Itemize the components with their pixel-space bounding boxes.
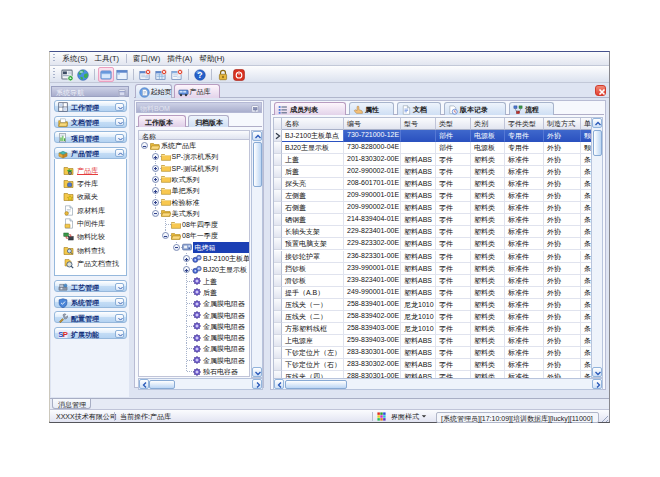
scroll-thumb[interactable] <box>593 130 602 156</box>
menubar-grip[interactable] <box>53 54 55 63</box>
grid-cell[interactable]: 外协 <box>544 335 581 347</box>
member-tab-0[interactable]: 成员列表 <box>274 102 346 115</box>
grid-cell[interactable]: 挡钞板 <box>282 263 344 275</box>
grid-column-header-6[interactable]: 制造方式 <box>544 118 581 130</box>
grid-cell[interactable]: 塑料ABS <box>401 226 436 238</box>
vertical-scrollbar[interactable] <box>251 130 263 378</box>
grid-cell[interactable]: 外协 <box>544 190 581 202</box>
scroll-up-button[interactable] <box>592 118 602 128</box>
chevron-down-icon[interactable] <box>115 314 124 322</box>
grid-cell[interactable]: 塑料类 <box>471 311 505 323</box>
sidebar-item-6[interactable]: 物料查找 <box>55 244 126 257</box>
menu-item-0[interactable]: 系统(S) <box>59 52 91 65</box>
horizontal-scrollbar[interactable] <box>273 378 603 390</box>
tree-node-10[interactable]: BJ-2100主板单点 <box>139 253 250 264</box>
document-tab-0[interactable]: 起始页 <box>135 84 172 98</box>
grid-cell[interactable]: 零件 <box>436 359 471 371</box>
grid-cell[interactable]: 259-839403-00E <box>344 335 401 347</box>
grid-cell[interactable]: 标准件 <box>505 251 544 263</box>
grid-cell[interactable]: 零件 <box>436 323 471 335</box>
grid-cell[interactable]: 上电源座 <box>282 335 344 347</box>
tree-expander-plus[interactable] <box>152 176 159 183</box>
grid-cell[interactable]: 标准件 <box>505 154 544 166</box>
bom-tab-0[interactable]: 工作版本 <box>138 115 186 127</box>
grid-cell[interactable]: 730-721000-12E <box>344 130 401 142</box>
grid-column-header-3[interactable]: 类型 <box>436 118 471 130</box>
grid-cell[interactable]: 外协 <box>544 275 581 287</box>
grid-cell[interactable]: 外协 <box>544 154 581 166</box>
grid-cell[interactable]: 塑料类 <box>471 190 505 202</box>
grid-cell[interactable]: 尼龙1010 <box>401 311 436 323</box>
grid-column-header-1[interactable]: 编号 <box>344 118 401 130</box>
tree-node-14[interactable]: 金属膜电阻器 <box>139 298 250 309</box>
grid-cell[interactable]: 塑料类 <box>471 287 505 299</box>
tree-expander-plus[interactable] <box>152 153 159 160</box>
tree-expander-plus[interactable] <box>183 255 190 262</box>
message-tab[interactable]: 消息管理 <box>52 399 91 409</box>
grid-cell[interactable]: 压线夹（一） <box>282 299 344 311</box>
grid-cell[interactable]: 滑钞板 <box>282 275 344 287</box>
grid-cell[interactable]: 外协 <box>544 251 581 263</box>
toolbar-button-globe[interactable] <box>75 67 91 82</box>
grid-cell[interactable]: 零件 <box>436 347 471 359</box>
grid-cell[interactable]: 标准件 <box>505 166 544 178</box>
sidebar-item-2[interactable]: 收藏夹 <box>55 190 126 203</box>
chevron-down-icon[interactable] <box>115 283 124 291</box>
grid-cell[interactable]: 下钞定位片（右） <box>282 359 344 371</box>
toolbar-button-window-delete[interactable] <box>169 67 185 82</box>
grid-cell[interactable]: 塑料ABS <box>401 202 436 214</box>
chevron-down-icon[interactable] <box>115 134 124 142</box>
tree-node-8[interactable]: 08年一季度 <box>139 230 250 241</box>
tree-node-5[interactable]: 检验标准 <box>139 197 250 208</box>
tree-node-13[interactable]: 后盖 <box>139 287 250 298</box>
tree-node-17[interactable]: 金属膜电阻器 <box>139 332 250 343</box>
sidebar-header-button[interactable] <box>118 89 126 97</box>
tree-expander-minus[interactable] <box>162 232 169 239</box>
tree-node-9[interactable]: 电烤箱 <box>139 242 250 253</box>
grid-cell[interactable]: 零件 <box>436 214 471 226</box>
tree-node-1[interactable]: SP-演示机系列 <box>139 151 250 162</box>
grid-cell[interactable]: 214-839404-01E <box>344 214 401 226</box>
toolbar-button-lock[interactable] <box>215 67 231 82</box>
chevron-down-icon[interactable] <box>115 103 124 111</box>
close-tab-button[interactable] <box>595 85 606 96</box>
grid-cell[interactable]: 标准件 <box>505 238 544 250</box>
grid-cell[interactable]: 730-828000-04E <box>344 142 401 154</box>
grid-cell[interactable]: 硒钢盖 <box>282 214 344 226</box>
sidebar-group-5[interactable]: 系统管理 <box>54 296 127 308</box>
grid-cell[interactable]: 标准件 <box>505 299 544 311</box>
sidebar-item-4[interactable]: 中间件库 <box>55 217 126 230</box>
grid-cell[interactable]: 塑料类 <box>471 251 505 263</box>
tree-expander-minus[interactable] <box>173 244 180 251</box>
tree-expander-plus[interactable] <box>152 187 159 194</box>
grid-cell[interactable]: 258-839403-00E <box>344 323 401 335</box>
grid-cell[interactable]: 外协 <box>544 347 581 359</box>
grid-cell[interactable]: 塑料类 <box>471 335 505 347</box>
grid-cell[interactable]: 塑料ABS <box>401 190 436 202</box>
grid-cell[interactable]: 塑料类 <box>471 154 505 166</box>
grid-cell[interactable]: 方形塑料线框 <box>282 323 344 335</box>
chevron-down-icon[interactable] <box>115 330 124 338</box>
grid-cell[interactable]: 229-823302-00E <box>344 238 401 250</box>
grid-cell[interactable]: 283-830301-00E <box>344 347 401 359</box>
grid-cell[interactable]: 外协 <box>544 178 581 190</box>
grid-cell[interactable]: 压线夹（二） <box>282 311 344 323</box>
grid-column-header-5[interactable]: 零件类型 <box>505 118 544 130</box>
toolbar-grip[interactable] <box>53 68 55 80</box>
grid-cell[interactable]: 塑料ABS <box>401 166 436 178</box>
member-tab-4[interactable]: 流程 <box>509 102 554 115</box>
grid-cell[interactable]: 标准件 <box>505 275 544 287</box>
grid-cell[interactable]: 标准件 <box>505 323 544 335</box>
vertical-scrollbar[interactable] <box>591 117 603 378</box>
sidebar-item-5[interactable]: 物料比较 <box>55 230 126 243</box>
grid-cell[interactable]: 外协 <box>544 263 581 275</box>
grid-cell[interactable]: 258-839402-00E <box>344 311 401 323</box>
sidebar-group-3[interactable]: 产品管理 <box>54 147 127 159</box>
chevron-up-icon[interactable] <box>115 149 124 157</box>
tree-node-4[interactable]: 单把系列 <box>139 185 250 196</box>
grid-cell[interactable]: 左侧盖 <box>282 190 344 202</box>
grid-cell[interactable]: 外协 <box>544 142 581 154</box>
grid-column-header-2[interactable]: 型号 <box>401 118 436 130</box>
grid-cell[interactable]: 部件 <box>436 142 471 154</box>
tree-expander-minus[interactable] <box>152 210 159 217</box>
